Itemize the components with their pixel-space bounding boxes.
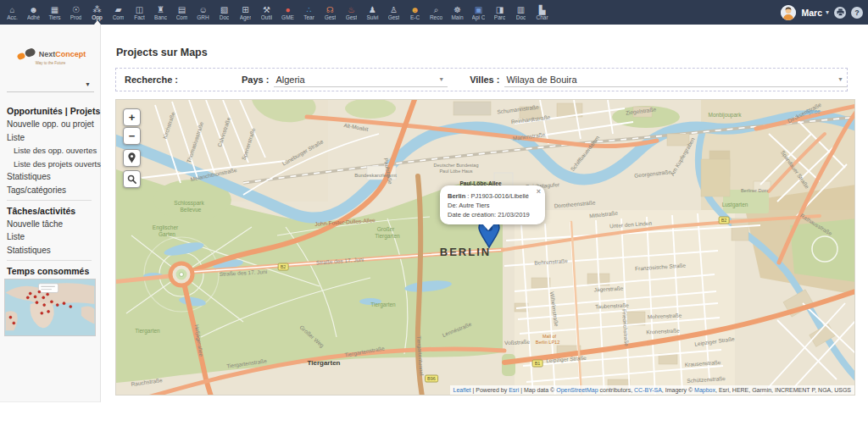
sidebar-item[interactable]: Tags/catégories bbox=[7, 185, 98, 195]
nav-item-label: Fact bbox=[134, 14, 145, 21]
esri-link[interactable]: Esri bbox=[509, 387, 519, 393]
sidebar-item[interactable]: Statistiques bbox=[7, 246, 98, 255]
nav-item-label: E-C bbox=[410, 14, 420, 21]
locate-button[interactable] bbox=[123, 149, 141, 167]
sidebar-item[interactable]: Liste des opp. ouvertes bbox=[14, 146, 98, 155]
sidebar-divider bbox=[7, 260, 92, 261]
sidebar-item[interactable]: Liste bbox=[7, 133, 98, 142]
sidebar: NextConcept Way to the Future ▼ Opportun… bbox=[0, 25, 101, 402]
nav-item-label: Parc bbox=[494, 14, 505, 21]
nav-item-invoices[interactable]: ◫Fact bbox=[129, 0, 150, 25]
sidebar-item[interactable]: Statistiques bbox=[7, 172, 98, 181]
gestion-1-icon: ☊ bbox=[326, 5, 334, 14]
print-button[interactable] bbox=[834, 7, 846, 19]
nav-item-label: Tiers bbox=[48, 14, 60, 21]
nav-item-hr[interactable]: ☺GRH bbox=[192, 0, 214, 25]
search-panel: Recherche : Pays : Algeria ▼ Villes : Wi… bbox=[115, 68, 848, 91]
gestion-2-icon: ♨ bbox=[348, 5, 355, 14]
zoom-out-button[interactable]: − bbox=[123, 127, 141, 145]
user-avatar[interactable] bbox=[781, 5, 796, 20]
map-search-button[interactable] bbox=[123, 170, 141, 188]
nav-item-label: Doc bbox=[220, 14, 230, 21]
chevron-down-icon: ▼ bbox=[85, 81, 91, 87]
sidebar-item[interactable]: Nouvelle tâche bbox=[7, 219, 98, 229]
nav-item-recovery[interactable]: ⌕Reco bbox=[426, 0, 447, 25]
avatar-image bbox=[781, 5, 796, 20]
map-popup: × Berlin : PJ1903-0016/Libellé De: Autre… bbox=[440, 185, 545, 224]
nav-item-gme[interactable]: ●GME bbox=[277, 0, 298, 25]
map-canvas[interactable]: KirchstraßeThomasiusstraßeCalvinstraßeSp… bbox=[115, 99, 855, 396]
api-icon: ▣ bbox=[475, 5, 482, 14]
popup-line-project: Berlin : PJ1903-0016/Libellé bbox=[448, 191, 537, 201]
tracking-icon: ♟ bbox=[369, 5, 376, 14]
cc-by-sa-link[interactable]: CC-BY-SA bbox=[634, 387, 662, 393]
nav-item-label: GRH bbox=[197, 14, 209, 21]
nav-item-gestion-2[interactable]: ♨Gest bbox=[341, 0, 362, 25]
close-icon[interactable]: × bbox=[537, 187, 541, 196]
nav-item-documents[interactable]: ▧Doc bbox=[214, 0, 235, 25]
nav-item-accounting[interactable]: ▤Com bbox=[171, 0, 192, 25]
sidebar-filter-select[interactable]: ▼ bbox=[7, 79, 94, 92]
country-label: Pays : bbox=[242, 75, 269, 85]
popup-line-from: De: Autre Tiers bbox=[448, 201, 537, 210]
nav-item-gestion-3[interactable]: ♙Gest bbox=[383, 0, 404, 25]
third-parties-icon: ▦ bbox=[51, 5, 58, 14]
chevron-down-icon: ▼ bbox=[438, 76, 444, 82]
city-label: Villes : bbox=[470, 75, 499, 85]
sidebar-section-header: Tâches/activités bbox=[7, 206, 98, 216]
nav-item-charts[interactable]: ▙Char bbox=[531, 0, 553, 25]
invoices-icon: ◫ bbox=[136, 5, 143, 14]
zoom-in-button[interactable]: + bbox=[123, 108, 141, 126]
home-icon: ⌂ bbox=[9, 5, 14, 14]
nav-item-third-parties[interactable]: ▦Tiers bbox=[44, 0, 65, 25]
charts-icon: ▙ bbox=[539, 5, 546, 14]
attribution-text: | Powered by bbox=[471, 387, 509, 393]
maintenance-icon: ☸ bbox=[453, 5, 461, 14]
nav-item-maintenance[interactable]: ☸Main bbox=[447, 0, 468, 25]
app-window: ⌂Acc.☻Adhé▦Tiers☉Prod⁂Opp▰Com◫Fact♜Banc▤… bbox=[0, 0, 868, 426]
nav-item-api[interactable]: ▣Api C bbox=[468, 0, 489, 25]
nav-item-label: Suivi bbox=[366, 14, 378, 21]
team-icon: ∴ bbox=[306, 5, 311, 14]
nav-item-gestion-1[interactable]: ☊Gest bbox=[320, 0, 341, 25]
popup-line-date: Date de création: 21/03/2019 bbox=[448, 210, 537, 219]
nav-item-ged[interactable]: ▥Doc bbox=[510, 0, 531, 25]
nav-item-ecommerce[interactable]: ☻E-C bbox=[404, 0, 426, 25]
nav-item-label: Acc. bbox=[7, 14, 18, 21]
nav-item-label: Gest bbox=[346, 14, 358, 21]
map-pin-icon bbox=[127, 152, 136, 163]
sidebar-item[interactable]: Liste bbox=[7, 232, 98, 241]
nav-item-fleet[interactable]: ◨Parc bbox=[489, 0, 510, 25]
country-select[interactable]: Algeria ▼ bbox=[274, 73, 448, 87]
openstreetmap-link[interactable]: OpenStreetMap bbox=[556, 387, 598, 393]
nav-item-label: Main bbox=[451, 14, 463, 21]
nav-item-members[interactable]: ☻Adhé bbox=[23, 0, 44, 25]
attribution-text: contributors, bbox=[598, 387, 634, 393]
sidebar-divider bbox=[7, 200, 92, 201]
nav-item-label: Ager bbox=[240, 14, 252, 21]
nav-item-tracking[interactable]: ♟Suivi bbox=[362, 0, 383, 25]
leaflet-link[interactable]: Leaflet bbox=[453, 387, 471, 393]
nav-item-bank[interactable]: ♜Banc bbox=[150, 0, 171, 25]
nav-item-agenda[interactable]: ⊞Ager bbox=[235, 0, 256, 25]
nav-item-team[interactable]: ∴Tear bbox=[298, 0, 320, 25]
nav-item-opportunities[interactable]: ⁂Opp bbox=[86, 0, 108, 25]
mapbox-link[interactable]: Mapbox bbox=[694, 387, 715, 393]
user-name[interactable]: Marc bbox=[801, 8, 822, 18]
projects-minimap[interactable] bbox=[4, 279, 96, 336]
help-button[interactable]: ? bbox=[851, 7, 863, 19]
attribution-text: | Map data © bbox=[519, 387, 556, 393]
city-select[interactable]: Wilaya de Bouira ▼ bbox=[504, 73, 847, 87]
sidebar-item[interactable]: Nouvelle opp. ou projet bbox=[7, 119, 98, 129]
nav-item-commerce[interactable]: ▰Com bbox=[108, 0, 129, 25]
road-badge: B2 bbox=[278, 263, 289, 271]
members-icon: ☻ bbox=[29, 5, 38, 14]
search-label: Recherche : bbox=[125, 75, 178, 85]
ged-icon: ▥ bbox=[517, 5, 525, 14]
nav-item-label: Gest bbox=[388, 14, 400, 21]
sidebar-item[interactable]: Liste des projets ouverts bbox=[14, 159, 98, 169]
nav-item-home[interactable]: ⌂Acc. bbox=[2, 0, 23, 25]
user-menu-caret-icon[interactable]: ▾ bbox=[826, 8, 829, 16]
nav-item-products[interactable]: ☉Prod bbox=[65, 0, 86, 25]
nav-item-tools[interactable]: ⚒Outil bbox=[256, 0, 277, 25]
